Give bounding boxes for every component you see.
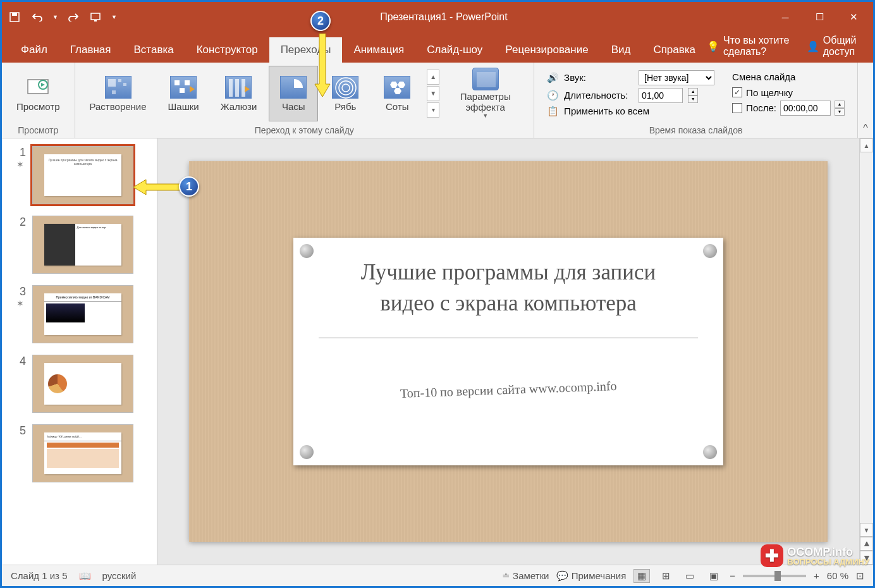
scroll-down-button[interactable]: ▼ (860, 523, 873, 537)
fit-to-window-button[interactable]: ⊡ (856, 570, 864, 582)
qat-dropdown-icon[interactable]: ▼ (111, 14, 117, 20)
slide-thumbnail-5[interactable]: Таблица: ТОП-штуки на ЦП… (32, 424, 133, 482)
watermark: ✚ OCOMP.info ВОПРОСЫ АДМИНУ (761, 544, 869, 567)
transition-label: Жалюзи (221, 101, 257, 112)
transition-label: Растворение (90, 101, 147, 112)
zoom-slider[interactable] (743, 575, 806, 577)
scroll-track[interactable] (860, 152, 873, 523)
slide-subtitle[interactable]: Топ-10 по версии сайта www.ocomp.info (400, 379, 616, 401)
ribbon-group-transitions: Растворение Шашки Жалюзи Часы Рябь Соты (75, 63, 535, 138)
title-bar: ▼ ▼ Презентация1 - PowerPoint ─ ☐ ✕ (2, 2, 873, 32)
tab-file[interactable]: Файл (9, 37, 59, 63)
screw-decoration-icon (703, 244, 717, 258)
thumb-number: 5 (15, 424, 26, 438)
annotation-arrow-1 (133, 178, 184, 197)
svg-rect-1 (12, 13, 17, 16)
zoom-level[interactable]: 60 % (827, 570, 848, 581)
transition-honeycomb[interactable]: Соты (372, 66, 422, 121)
after-up[interactable]: ▲ (835, 101, 845, 108)
tab-design[interactable]: Конструктор (185, 37, 269, 63)
slideshow-view-button[interactable]: ▣ (706, 569, 722, 583)
svg-rect-4 (28, 80, 48, 94)
blinds-icon (223, 75, 254, 100)
tab-insert[interactable]: Вставка (123, 37, 185, 63)
tab-view[interactable]: Вид (600, 37, 642, 63)
gallery-down-button[interactable]: ▼ (427, 86, 439, 101)
minimize-button[interactable]: ─ (771, 7, 800, 27)
slide-thumbnail-1[interactable]: Лучшие программы для записи видео с экра… (32, 146, 133, 204)
transition-clock[interactable]: Часы (269, 66, 318, 121)
transitions-group-label: Переход к этому слайду (75, 124, 534, 138)
duration-down[interactable]: ▼ (688, 95, 698, 103)
after-down[interactable]: ▼ (835, 108, 845, 116)
slide-thumbnail-2[interactable]: Для записи видео из игр (32, 216, 133, 274)
undo-icon[interactable] (30, 9, 45, 25)
ribbon-tabs: Файл Главная Вставка Конструктор Переход… (2, 32, 873, 63)
save-icon[interactable] (7, 9, 22, 25)
sorter-view-button[interactable]: ⊞ (658, 569, 674, 583)
screw-decoration-icon (300, 445, 314, 459)
apply-all-button[interactable]: 📋 Применить ко всем (547, 106, 714, 117)
slide-thumbnail-3[interactable]: Пример записи видео из BANDICAM (32, 285, 133, 343)
reading-view-button[interactable]: ▭ (682, 569, 698, 583)
dropdown-arrow-icon: ▼ (482, 113, 488, 119)
slide-editor[interactable]: Лучшие программы для записи видео с экра… (157, 138, 859, 565)
tab-review[interactable]: Рецензирование (494, 37, 599, 63)
transition-blinds[interactable]: Жалюзи (211, 66, 267, 121)
slide-thumbnail-4[interactable] (32, 355, 133, 413)
vertical-scrollbar[interactable]: ▲ ▼ ⯅ ⯆ (859, 138, 873, 565)
spell-check-icon[interactable]: 📖 (79, 570, 91, 582)
transition-checkers[interactable]: Шашки (159, 66, 209, 121)
gallery-more-button[interactable]: ▾ (427, 102, 439, 118)
duration-label: Длительность: (564, 90, 633, 101)
close-button[interactable]: ✕ (839, 7, 868, 27)
tab-home[interactable]: Главная (59, 37, 123, 63)
zoom-in-button[interactable]: + (814, 570, 819, 581)
timing-group-label: Время показа слайдов (534, 124, 857, 138)
slide-title[interactable]: Лучшие программы для записи видео с экра… (319, 238, 698, 338)
preview-button[interactable]: Просмотр (7, 66, 70, 121)
language-indicator[interactable]: русский (102, 570, 137, 581)
duration-up[interactable]: ▲ (688, 88, 698, 95)
maximize-button[interactable]: ☐ (805, 7, 834, 27)
on-click-checkbox[interactable]: ✓ По щелчку (732, 87, 845, 98)
effect-options-label: Параметры эффекта (451, 92, 519, 113)
ribbon-group-timing: 🔊 Звук: [Нет звука] 🕐 Длительность: ▲▼ 📋… (534, 63, 858, 138)
normal-view-button[interactable]: ▦ (633, 569, 650, 583)
on-click-label: По щелчку (746, 87, 793, 98)
collapse-ribbon-button[interactable]: ^ (858, 63, 873, 138)
after-checkbox[interactable]: После: ▲▼ (732, 101, 845, 116)
undo-dropdown-icon[interactable]: ▼ (52, 14, 58, 20)
share-button[interactable]: 👤 Общий доступ (807, 35, 866, 58)
main-area: 1✶ Лучшие программы для записи видео с э… (2, 138, 873, 565)
svg-rect-9 (123, 83, 126, 86)
sound-select[interactable]: [Нет звука] (639, 70, 714, 85)
transition-dissolve[interactable]: Растворение (80, 66, 156, 121)
effect-options-button[interactable]: Параметры эффекта ▼ (442, 66, 529, 121)
slide-canvas: Лучшие программы для записи видео с экра… (189, 161, 828, 542)
thumb-number: 1 (15, 146, 26, 159)
annotation-marker-1: 1 (179, 176, 199, 197)
tab-help[interactable]: Справка (642, 37, 707, 63)
zoom-out-button[interactable]: − (730, 570, 735, 581)
svg-rect-7 (108, 79, 116, 87)
scroll-up-button[interactable]: ▲ (860, 138, 873, 152)
slide-indicator[interactable]: Слайд 1 из 5 (11, 570, 68, 581)
ripple-icon (330, 75, 360, 100)
svg-marker-22 (390, 82, 398, 88)
redo-icon[interactable] (66, 9, 81, 25)
gallery-up-button[interactable]: ▲ (427, 70, 439, 85)
transition-label: Соты (386, 101, 409, 112)
status-bar: Слайд 1 из 5 📖 русский ≐ Заметки 💬 Приме… (2, 565, 873, 586)
tab-slideshow[interactable]: Слайд-шоу (415, 37, 494, 63)
comments-button[interactable]: 💬 Примечания (556, 570, 626, 582)
notes-button[interactable]: ≐ Заметки (502, 570, 549, 582)
preview-icon (23, 75, 53, 100)
svg-rect-16 (235, 79, 239, 97)
tab-animations[interactable]: Анимация (342, 37, 415, 63)
checkbox-unchecked-icon (732, 103, 742, 113)
tell-me-search[interactable]: 💡 Что вы хотите сделать? (707, 35, 797, 58)
duration-input[interactable] (639, 88, 683, 103)
start-from-beginning-icon[interactable] (89, 9, 104, 25)
after-input[interactable] (780, 101, 831, 116)
